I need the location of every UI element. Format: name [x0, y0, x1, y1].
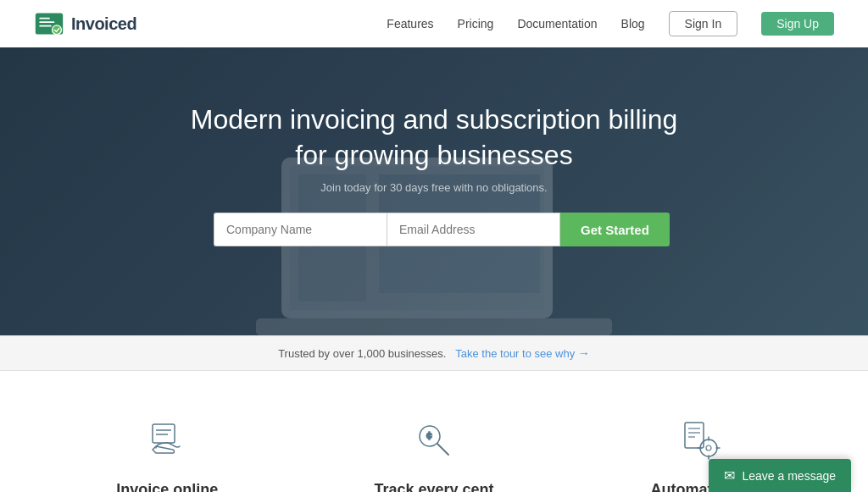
nav-blog[interactable]: Blog [621, 17, 645, 30]
hero-section: Modern invoicing and subscription billin… [0, 47, 868, 335]
email-input[interactable] [387, 213, 560, 246]
svg-line-15 [437, 444, 448, 455]
get-started-button[interactable]: Get Started [560, 213, 670, 246]
svg-rect-9 [379, 242, 540, 293]
nav-documentation[interactable]: Documentation [517, 17, 597, 30]
svg-text:¢: ¢ [426, 430, 432, 442]
track-cent-icon: ¢ [407, 413, 461, 467]
main-nav: Invoiced Features Pricing Documentation … [0, 0, 868, 47]
trusted-bar: Trusted by over 1,000 businesses. Take t… [0, 335, 868, 371]
hero-signup-form: Get Started [214, 213, 654, 246]
svg-point-22 [706, 445, 711, 451]
svg-rect-3 [39, 25, 51, 27]
trusted-text: Trusted by over 1,000 businesses. [278, 347, 446, 360]
svg-rect-2 [39, 21, 54, 23]
hero-title: Modern invoicing and subscription billin… [191, 102, 678, 173]
svg-rect-10 [256, 318, 612, 335]
svg-rect-11 [153, 424, 175, 443]
feature-invoice-online: Invoice online Bill your customers now, … [51, 413, 284, 492]
svg-point-4 [53, 25, 62, 35]
chat-icon: ✉ [724, 467, 735, 484]
feature-track-cent: ¢ Track every cent Always know who owes … [318, 413, 551, 492]
features-grid: Invoice online Bill your customers now, … [51, 413, 817, 492]
hero-content: Modern invoicing and subscription billin… [191, 102, 678, 246]
sign-in-button[interactable]: Sign In [669, 11, 738, 36]
chat-widget[interactable]: ✉ Leave a message [709, 459, 851, 492]
trusted-link[interactable]: Take the tour to see why → [455, 347, 590, 360]
svg-rect-1 [39, 18, 50, 19]
sign-up-button[interactable]: Sign Up [761, 12, 834, 36]
feature-track-cent-title: Track every cent [318, 481, 551, 492]
nav-features[interactable]: Features [387, 17, 433, 30]
invoice-online-icon [140, 413, 194, 467]
chat-label: Leave a message [742, 469, 836, 483]
logo[interactable]: Invoiced [34, 8, 136, 39]
company-name-input[interactable] [214, 213, 387, 246]
feature-invoice-online-title: Invoice online [51, 481, 284, 492]
arrow-icon: → [578, 346, 590, 360]
logo-text: Invoiced [71, 14, 136, 34]
nav-links: Features Pricing Documentation Blog Sign… [387, 11, 834, 36]
hero-subtext: Join today for 30 days free with no obli… [191, 181, 678, 194]
nav-pricing[interactable]: Pricing [458, 17, 494, 30]
